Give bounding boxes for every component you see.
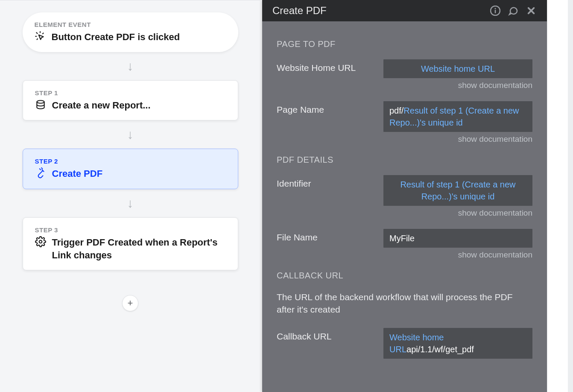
step-card-2-selected[interactable]: STEP 2 Create PDF: [23, 149, 238, 189]
gear-icon: [35, 236, 46, 247]
section-heading-callback-url: CALLBACK URL: [277, 271, 532, 281]
section-heading-pdf-details: PDF DETAILS: [277, 155, 532, 165]
row-callback-url: Callback URL Website home URLapi/1.1/wf/…: [277, 328, 532, 359]
add-step-button[interactable]: +: [122, 295, 138, 311]
panel-title: Create PDF: [272, 5, 483, 17]
page-name-input[interactable]: pdf/Result of step 1 (Create a new Repo.…: [383, 101, 532, 132]
step-card-3[interactable]: STEP 3 Trigger PDF Created when a Report…: [23, 217, 238, 270]
info-icon[interactable]: [490, 5, 501, 16]
panel-body: PAGE TO PDF Website Home URL Website hom…: [262, 21, 547, 392]
comment-icon[interactable]: [508, 5, 519, 16]
step-label: STEP 1: [35, 89, 226, 97]
website-home-url-input[interactable]: Website home URL: [383, 59, 532, 78]
svg-rect-3: [495, 10, 496, 13]
step-label: STEP 2: [35, 158, 226, 165]
field-label: Callback URL: [277, 328, 383, 342]
step-title: Create PDF: [52, 167, 103, 180]
event-card[interactable]: ELEMENT EVENT Button Create PDF is click…: [23, 12, 238, 52]
svg-point-1: [39, 240, 42, 243]
right-strip: [547, 0, 568, 392]
action-editor-panel: Create PDF PAGE TO PDF Website Home URL …: [262, 0, 547, 392]
arrow-down-icon: [129, 278, 132, 291]
step-title: Create a new Report...: [52, 99, 151, 112]
database-icon: [35, 99, 46, 110]
step-label: STEP 3: [35, 226, 226, 234]
panel-header: Create PDF: [262, 0, 547, 21]
field-label: File Name: [277, 229, 383, 243]
event-label: ELEMENT EVENT: [35, 21, 226, 28]
cursor-click-icon: [35, 31, 46, 42]
workflow-canvas: ELEMENT EVENT Button Create PDF is click…: [0, 0, 260, 392]
plug-icon: [35, 167, 46, 178]
row-file-name: File Name MyFile: [277, 229, 532, 248]
section-description: The URL of the backend workflow that wil…: [277, 291, 532, 316]
field-label: Website Home URL: [277, 59, 383, 73]
identifier-input[interactable]: Result of step 1 (Create a new Repo...)'…: [383, 175, 532, 206]
row-page-name: Page Name pdf/Result of step 1 (Create a…: [277, 101, 532, 132]
show-documentation-link[interactable]: show documentation: [277, 135, 532, 144]
row-website-home-url: Website Home URL Website home URL: [277, 59, 532, 78]
outer-scrollbar[interactable]: [568, 0, 573, 392]
arrow-down-icon: ↓: [127, 128, 134, 141]
arrow-down-icon: ↓: [127, 197, 134, 210]
file-name-input[interactable]: MyFile: [383, 229, 532, 248]
field-label: Page Name: [277, 101, 383, 115]
event-title: Button Create PDF is clicked: [52, 31, 180, 44]
section-heading-page-to-pdf: PAGE TO PDF: [277, 39, 532, 49]
field-label: Identifier: [277, 175, 383, 189]
step-title: Trigger PDF Created when a Report's Link…: [52, 236, 226, 261]
svg-point-0: [37, 100, 44, 103]
show-documentation-link[interactable]: show documentation: [277, 250, 532, 260]
close-icon[interactable]: [526, 5, 537, 16]
show-documentation-link[interactable]: show documentation: [277, 208, 532, 218]
svg-point-4: [494, 8, 496, 9]
row-identifier: Identifier Result of step 1 (Create a ne…: [277, 175, 532, 206]
callback-url-input[interactable]: Website home URLapi/1.1/wf/get_pdf: [383, 328, 532, 359]
step-card-1[interactable]: STEP 1 Create a new Report...: [23, 80, 238, 121]
arrow-down-icon: ↓: [127, 60, 134, 73]
show-documentation-link[interactable]: show documentation: [277, 81, 532, 90]
